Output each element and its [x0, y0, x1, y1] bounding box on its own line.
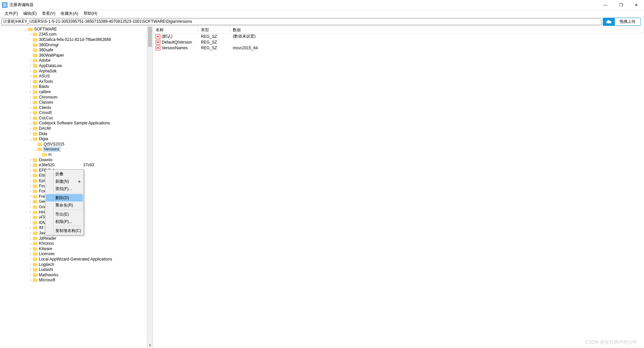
chevron-right-icon[interactable]: › [28, 127, 33, 130]
chevron-right-icon[interactable]: › [28, 95, 33, 99]
chevron-right-icon[interactable]: › [28, 231, 33, 235]
chevron-right-icon[interactable]: › [28, 257, 33, 261]
tree-item[interactable]: ›DAUM [0, 126, 147, 131]
tree-item[interactable]: ›Codejock Software Sample Applications [0, 121, 147, 126]
tree-item[interactable]: ›2345.com [0, 32, 147, 37]
chevron-right-icon[interactable]: › [28, 85, 33, 89]
tree-item[interactable]: ›Khronos [0, 241, 147, 246]
chevron-right-icon[interactable]: › [28, 268, 33, 272]
chevron-right-icon[interactable]: › [28, 163, 33, 167]
maximize-button[interactable]: ❐ [613, 0, 629, 10]
chevron-right-icon[interactable]: › [28, 194, 33, 198]
chevron-down-icon[interactable]: ⌄ [28, 137, 33, 141]
chevron-down-icon[interactable]: ⌄ [23, 27, 28, 31]
chevron-right-icon[interactable]: › [28, 121, 33, 125]
chevron-right-icon[interactable]: › [28, 74, 33, 78]
chevron-right-icon[interactable]: › [28, 252, 33, 256]
chevron-right-icon[interactable]: › [28, 273, 33, 277]
menu-view[interactable]: 查看(V) [39, 10, 58, 17]
tree-item[interactable]: ›Local AppWizard-Generated Applications [0, 256, 147, 262]
tree-item[interactable]: ›ASUS [0, 73, 147, 79]
tree-item[interactable]: ›Ludashi [0, 267, 147, 272]
tree-item[interactable]: 30f2a6ca-fefa-521c-821d-7f8ae3862686 [0, 37, 147, 42]
tree-item[interactable]: ›Microsoft [0, 278, 147, 283]
scroll-down-icon[interactable]: ▼ [147, 342, 153, 348]
tree-item[interactable]: ›Classes [0, 100, 147, 105]
tree-item[interactable]: ›Logitech [0, 262, 147, 267]
chevron-right-icon[interactable]: › [28, 64, 33, 67]
value-row[interactable]: ab(默认)REG_SZ(数值未设置) [153, 34, 644, 39]
tree-item[interactable]: ›CocCoc [0, 115, 147, 121]
chevron-right-icon[interactable]: › [28, 263, 33, 266]
upload-button[interactable]: 拖拽上传 [615, 18, 641, 26]
tree-item[interactable]: ›Licenses [0, 251, 147, 257]
chevron-right-icon[interactable]: › [28, 168, 33, 172]
col-type[interactable]: 类型 [198, 26, 230, 33]
chevron-right-icon[interactable]: › [28, 33, 33, 36]
chevron-right-icon[interactable]: › [28, 210, 33, 214]
col-data[interactable]: 数据 [230, 26, 644, 33]
menu-favorites[interactable]: 收藏夹(A) [58, 10, 81, 17]
tree-item[interactable]: 360safe [0, 47, 147, 53]
tree-item[interactable]: ⌄Digia [0, 136, 147, 141]
tree-item[interactable]: ›ArphaSdk [0, 68, 147, 74]
value-row[interactable]: abVersionNamesREG_SZmsvc2015_64 [153, 45, 644, 51]
tree-item[interactable]: ⌄Versions [0, 147, 147, 152]
ctx-rename[interactable]: 重命名(R) [46, 201, 83, 209]
chevron-right-icon[interactable]: › [28, 179, 33, 183]
tree-item[interactable]: ›Kitware [0, 246, 147, 251]
chevron-right-icon[interactable]: › [28, 278, 33, 282]
scroll-thumb[interactable] [148, 27, 152, 47]
chevron-right-icon[interactable]: › [28, 116, 33, 120]
tree-item[interactable]: ›Mathworks [0, 272, 147, 278]
chevron-right-icon[interactable]: › [28, 247, 33, 250]
cloud-icon[interactable] [603, 18, 615, 26]
value-row[interactable]: abDefaultQtVersionREG_SZ [153, 39, 644, 45]
ctx-export[interactable]: 导出(E) [46, 211, 83, 218]
chevron-right-icon[interactable]: › [28, 90, 33, 94]
menu-file[interactable]: 文件(F) [2, 10, 20, 17]
tree-item[interactable]: ›AxTools [0, 79, 147, 84]
tree-item[interactable]: Qt5VS2015 [0, 141, 147, 147]
chevron-right-icon[interactable]: › [28, 236, 33, 240]
tree-item[interactable]: ›AppDataLow [0, 63, 147, 68]
chevron-right-icon[interactable]: › [28, 216, 33, 219]
chevron-right-icon[interactable]: › [28, 226, 33, 230]
chevron-right-icon[interactable]: › [28, 79, 33, 83]
tree-item[interactable]: 360WallPaper [0, 53, 147, 58]
tree-item[interactable]: ›calibre [0, 89, 147, 95]
ctx-copykey[interactable]: 复制项名称(C) [46, 227, 83, 234]
chevron-right-icon[interactable]: › [28, 200, 33, 204]
chevron-right-icon[interactable]: › [28, 106, 33, 109]
tree-item[interactable]: ›Baidu [0, 84, 147, 90]
tree-item[interactable]: ⌄SOFTWARE [0, 26, 147, 32]
chevron-right-icon[interactable]: › [28, 101, 33, 104]
chevron-right-icon[interactable]: › [28, 174, 33, 177]
tree-item[interactable]: ›e38e52037c63 [0, 162, 147, 168]
chevron-right-icon[interactable]: › [28, 69, 33, 73]
tree-item[interactable]: ›Chromium [0, 95, 147, 100]
menu-edit[interactable]: 编辑(E) [20, 10, 39, 17]
chevron-right-icon[interactable]: › [28, 205, 33, 209]
tree-item[interactable]: ›Downlo [0, 157, 147, 163]
ctx-new[interactable]: 新建(N)▶ [46, 178, 83, 185]
ctx-collapse[interactable]: 折叠 [46, 170, 83, 178]
tree-item[interactable]: ›Clients [0, 105, 147, 110]
minimize-button[interactable]: — [598, 0, 613, 10]
chevron-right-icon[interactable]: › [28, 184, 33, 188]
chevron-right-icon[interactable]: › [28, 189, 33, 193]
tree-scrollbar[interactable]: ▲ ▼ [147, 26, 153, 348]
tree-item[interactable]: ›JdReader [0, 236, 147, 241]
ctx-permissions[interactable]: 权限(P)... [46, 218, 83, 225]
ctx-find[interactable]: 查找(F)... [46, 185, 83, 192]
tree-item[interactable]: m [0, 152, 147, 157]
ctx-delete[interactable]: 删除(D) [46, 194, 83, 201]
chevron-right-icon[interactable]: › [28, 158, 33, 162]
address-input[interactable] [1, 18, 601, 25]
tree-item[interactable]: ›Dida [0, 131, 147, 136]
tree-item[interactable]: ›Adobe [0, 58, 147, 63]
menu-help[interactable]: 帮助(H) [81, 10, 100, 17]
chevron-right-icon[interactable]: › [28, 221, 33, 224]
col-name[interactable]: 名称 [153, 26, 198, 33]
tree-item[interactable]: ›Cmsoft [0, 110, 147, 116]
